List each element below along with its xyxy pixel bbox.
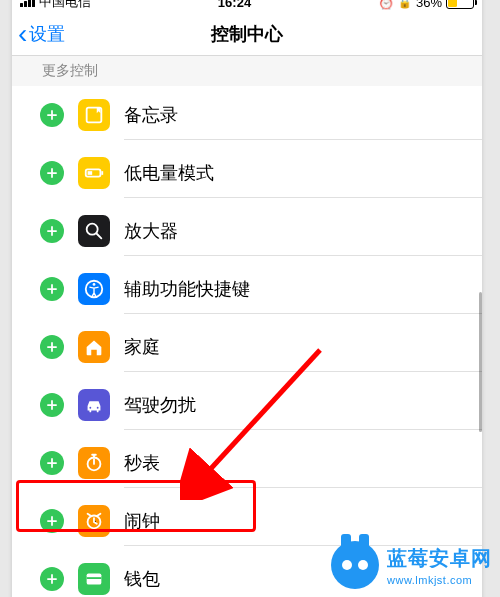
add-button[interactable] [40,277,64,301]
plus-icon [45,166,59,180]
row-label: 备忘录 [124,103,178,127]
plus-icon [45,572,59,586]
list-item-home: 家庭 [12,318,482,376]
controls-list: 备忘录 低电量模式 放大器 [12,86,482,597]
battery-icon [446,0,474,9]
svg-point-7 [89,407,91,409]
svg-point-8 [97,407,99,409]
row-label: 闹钟 [124,509,160,533]
page-title: 控制中心 [211,22,283,46]
plus-icon [45,340,59,354]
battery-pct: 36% [416,0,442,10]
row-label: 驾驶勿扰 [124,393,196,417]
watermark: 蓝莓安卓网 www.lmkjst.com [331,541,492,589]
list-item-dnd-driving: 驾驶勿扰 [12,376,482,434]
back-button[interactable]: ‹ 设置 [12,20,65,48]
add-button[interactable] [40,393,64,417]
add-button[interactable] [40,103,64,127]
add-button[interactable] [40,219,64,243]
plus-icon [45,224,59,238]
row-label: 放大器 [124,219,178,243]
row-label: 秒表 [124,451,160,475]
row-label: 钱包 [124,567,160,591]
list-item-notes: 备忘录 [12,86,482,144]
plus-icon [45,456,59,470]
svg-rect-2 [101,171,103,175]
stopwatch-icon [78,447,110,479]
alarm-icon [78,505,110,537]
row-label: 辅助功能快捷键 [124,277,250,301]
back-label: 设置 [29,22,65,46]
signal-icon [20,0,35,7]
watermark-logo-icon [331,541,379,589]
row-label: 低电量模式 [124,161,214,185]
add-button[interactable] [40,509,64,533]
home-icon [78,331,110,363]
add-button[interactable] [40,567,64,591]
list-item-accessibility: 辅助功能快捷键 [12,260,482,318]
clock: 16:24 [218,0,251,10]
accessibility-icon [78,273,110,305]
car-icon [78,389,110,421]
wallet-icon [78,563,110,595]
row-label: 家庭 [124,335,160,359]
magnifier-icon [78,215,110,247]
svg-rect-12 [87,577,102,579]
low-power-icon [78,157,110,189]
add-button[interactable] [40,451,64,475]
orientation-lock-icon: 🔒 [398,0,412,9]
plus-icon [45,514,59,528]
watermark-title: 蓝莓安卓网 [387,545,492,572]
add-button[interactable] [40,161,64,185]
chevron-left-icon: ‹ [18,20,27,48]
plus-icon [45,282,59,296]
plus-icon [45,108,59,122]
section-header: 更多控制 [12,56,482,86]
carrier-label: 中国电信 [39,0,91,11]
list-item-lowpower: 低电量模式 [12,144,482,202]
svg-rect-3 [88,171,93,175]
nav-bar: ‹ 设置 控制中心 [12,12,482,56]
svg-point-6 [93,283,96,286]
notes-icon [78,99,110,131]
watermark-url: www.lmkjst.com [387,574,492,586]
scroll-indicator[interactable] [479,292,482,432]
status-bar: 中国电信 16:24 ⏰ 🔒 36% [12,0,482,12]
add-button[interactable] [40,335,64,359]
svg-point-4 [87,224,98,235]
alarm-status-icon: ⏰ [378,0,394,10]
list-item-stopwatch: 秒表 [12,434,482,492]
list-item-magnifier: 放大器 [12,202,482,260]
plus-icon [45,398,59,412]
